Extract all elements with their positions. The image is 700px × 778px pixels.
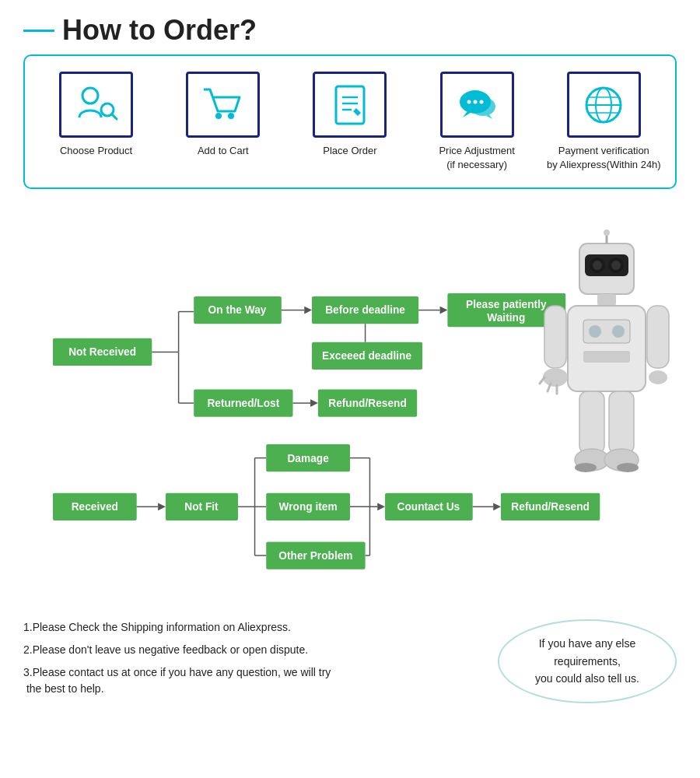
svg-point-0 <box>82 88 98 103</box>
on-the-way-label: On the Way <box>208 305 267 317</box>
notes-container: 1.Please Check the Shipping information … <box>23 619 482 703</box>
svg-point-72 <box>589 325 601 338</box>
before-deadline-label: Before deadline <box>325 305 405 317</box>
order-steps-container: Choose Product Add to Cart Place Order <box>23 54 677 189</box>
svg-point-11 <box>467 100 471 103</box>
not-fit-label: Not Fit <box>184 502 219 513</box>
refund-resend-1-label: Refund/Resend <box>328 398 407 409</box>
svg-point-12 <box>474 100 478 103</box>
svg-point-65 <box>593 261 602 270</box>
price-adjustment-label: Price Adjustment(if necessary) <box>439 144 515 172</box>
svg-rect-80 <box>647 306 669 368</box>
damage-label: Damage <box>287 453 329 464</box>
step-payment-verification: Payment verificationby Aliexpress(Within… <box>545 72 662 172</box>
step-price-adjustment: Price Adjustment(if necessary) <box>418 72 535 172</box>
svg-point-3 <box>215 113 222 119</box>
document-icon <box>327 82 373 128</box>
svg-point-81 <box>649 370 667 384</box>
place-order-label: Place Order <box>323 144 376 158</box>
flowchart-section: Not Received On the Way Before deadline … <box>0 205 700 604</box>
robot-svg <box>537 228 677 539</box>
globe-icon <box>580 82 627 128</box>
svg-rect-69 <box>597 294 616 306</box>
note-3: 3.Please contact us at once if you have … <box>23 664 482 697</box>
wrong-item-label: Wrong item <box>279 502 338 513</box>
add-to-cart-icon-box <box>186 72 260 138</box>
person-search-icon <box>73 82 120 128</box>
svg-marker-36 <box>310 400 318 408</box>
svg-point-13 <box>480 100 484 103</box>
not-received-label: Not Received <box>68 347 136 359</box>
svg-line-2 <box>112 114 117 119</box>
svg-point-73 <box>612 325 625 338</box>
page-header: How to Order? <box>0 0 700 54</box>
svg-marker-54 <box>377 503 385 511</box>
requirements-bubble: If you have any else requirements,you co… <box>498 619 677 703</box>
svg-point-66 <box>611 261 621 270</box>
svg-marker-30 <box>440 307 448 314</box>
cart-icon <box>200 82 247 128</box>
svg-marker-59 <box>493 503 501 511</box>
robot-illustration <box>529 220 684 547</box>
please-wait-label-2: Waiting <box>487 313 525 324</box>
note-1: 1.Please Check the Shipping information … <box>23 619 482 636</box>
svg-point-4 <box>228 113 234 119</box>
chat-icon <box>453 82 500 128</box>
svg-point-86 <box>575 463 597 472</box>
svg-rect-74 <box>583 351 630 363</box>
svg-point-87 <box>617 463 639 472</box>
step-place-order: Place Order <box>292 72 408 158</box>
received-label: Received <box>72 502 118 513</box>
svg-point-68 <box>604 230 610 236</box>
header-accent-line <box>23 30 54 32</box>
svg-marker-40 <box>158 503 166 511</box>
svg-rect-75 <box>544 306 566 368</box>
step-add-to-cart: Add to Cart <box>165 72 282 158</box>
bottom-section: 1.Please Check the Shipping information … <box>0 604 700 719</box>
svg-marker-27 <box>304 307 312 314</box>
other-problem-label: Other Problem <box>278 550 352 562</box>
svg-rect-70 <box>568 306 646 391</box>
contact-us-label: Countact Us <box>397 502 460 513</box>
choose-product-label: Choose Product <box>60 144 132 158</box>
svg-rect-5 <box>336 86 364 124</box>
step-choose-product: Choose Product <box>38 72 155 158</box>
place-order-icon-box <box>313 72 387 138</box>
choose-product-icon-box <box>59 72 133 138</box>
svg-rect-83 <box>609 391 634 454</box>
payment-verification-label: Payment verificationby Aliexpress(Within… <box>547 144 661 172</box>
price-adjustment-icon-box <box>440 72 514 138</box>
svg-rect-82 <box>579 391 604 454</box>
note-2: 2.Please don't leave us negative feedbac… <box>23 642 482 658</box>
svg-point-10 <box>471 97 495 116</box>
exceed-deadline-label: Exceeed deadline <box>322 351 411 363</box>
bubble-text: If you have any else requirements,you co… <box>535 637 639 685</box>
svg-point-76 <box>543 368 568 387</box>
payment-verification-icon-box <box>567 72 641 138</box>
returned-lost-label: Returned/Lost <box>207 398 279 409</box>
add-to-cart-label: Add to Cart <box>198 144 249 158</box>
page-title: How to Order? <box>62 14 257 47</box>
